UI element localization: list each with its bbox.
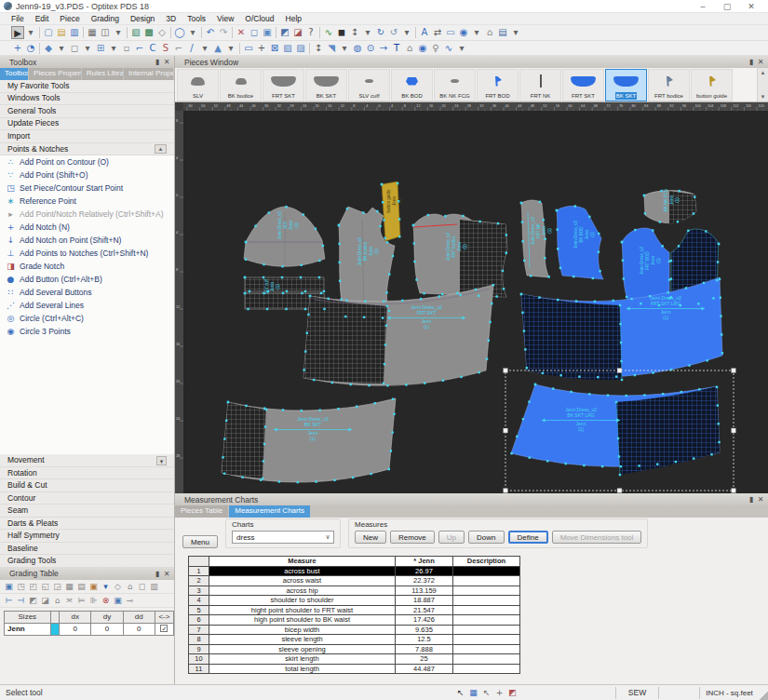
toolbar-icon[interactable] [413, 27, 418, 38]
toolbar-icon[interactable]: ∿ [322, 26, 335, 39]
measurement-row[interactable]: 6 high point shoulder to BK waist 17.426 [189, 615, 520, 626]
measure-value[interactable]: 22.372 [396, 576, 453, 586]
measure-value[interactable]: 7.888 [396, 644, 453, 654]
close-icon[interactable]: ✕ [162, 58, 171, 66]
scroll-down-icon[interactable]: ▼ [758, 92, 768, 101]
toolbar-icon[interactable]: ▾ [509, 26, 522, 39]
toolbox-tool-item[interactable]: ◎ Circle (Ctrl+Alt+C) [0, 312, 174, 325]
menu-item[interactable]: Help [280, 14, 307, 23]
toolbar-icon[interactable]: ▧ [281, 42, 294, 55]
toolbox-tab[interactable]: Internal Proper... [124, 68, 174, 80]
measurement-row[interactable]: 2 across waist 22.372 [189, 576, 520, 586]
piece-thumbnail[interactable]: BK bodice [220, 69, 262, 101]
toolbox-section[interactable]: Windows Tools [0, 93, 174, 106]
measure-description[interactable] [453, 644, 520, 654]
toolbar-icon[interactable] [168, 27, 173, 38]
measure-name[interactable]: hight point shoulder to FRT waist [209, 605, 396, 615]
grading-tool-icon[interactable]: ▾ [100, 580, 112, 593]
toolbox-section[interactable]: Movement ▾ [0, 454, 174, 467]
toolbar-icon[interactable]: ◇ [155, 26, 168, 39]
measure-name[interactable]: across bust [209, 566, 396, 576]
toolbar-icon[interactable]: ◔ [24, 42, 37, 55]
grading-tool-icon[interactable]: ⊪ [88, 594, 100, 607]
toolbar-icon[interactable]: ▾ [24, 26, 37, 39]
measure-description[interactable] [453, 664, 520, 674]
pin-icon[interactable]: ▮ [153, 570, 162, 578]
toolbar-icon[interactable]: ▣ [261, 26, 274, 39]
grading-tool-icon[interactable]: ◲ [51, 580, 63, 593]
toolbox-section[interactable]: Half Symmetry ▾ [0, 530, 174, 543]
piece-thumbnail[interactable]: BK SKT [605, 69, 647, 101]
pattern-piece-bk-skt[interactable] [222, 398, 396, 482]
panel-grip[interactable] [178, 495, 182, 504]
grading-tool-icon[interactable]: ⊢ [3, 594, 15, 607]
toolbar-icon[interactable]: → [377, 42, 390, 55]
toolbar-icon[interactable]: ▾ [338, 42, 351, 55]
measure-description[interactable] [453, 586, 520, 596]
toolbox-tool-item[interactable]: ∗ Reference Point [0, 195, 174, 208]
measurement-tab[interactable]: Pieces Table [175, 505, 229, 518]
grading-size-name[interactable]: Jenn [5, 623, 51, 635]
grading-tool-icon[interactable]: ◳ [15, 580, 27, 593]
menu-item[interactable]: View [211, 14, 239, 23]
toolbar-icon[interactable] [317, 27, 322, 38]
toolbar-icon[interactable]: ◉ [457, 26, 470, 39]
measurement-row[interactable]: 11 total length 44.487 [189, 664, 520, 674]
grading-tool-icon[interactable]: ⊗ [100, 594, 112, 607]
toolbar-icon[interactable]: ✕ [235, 26, 248, 39]
toolbar-icon[interactable]: ◻ [248, 26, 261, 39]
grading-tool-icon[interactable]: ≍ [63, 594, 75, 607]
pattern-piece-slv[interactable] [244, 207, 325, 266]
measures-button[interactable]: Down [468, 531, 504, 544]
close-icon[interactable]: ✕ [162, 570, 171, 578]
measure-value[interactable]: 44.487 [396, 664, 453, 674]
measure-description[interactable] [453, 596, 520, 606]
measure-name[interactable]: bicep width [209, 625, 396, 635]
measures-button[interactable]: Up [438, 531, 465, 544]
toolbar-icon[interactable]: ▫ [120, 42, 133, 55]
measurement-row[interactable]: 1 across bust 26.97 [189, 566, 520, 576]
toolbox-tool-item[interactable]: ⊥ Add Points to Notches (Ctrl+Shift+N) [0, 247, 174, 260]
status-tool-icon[interactable]: ◩ [506, 686, 519, 699]
toolbox-tool-item[interactable]: ↓ Add Notch on Point (Shift+N) [0, 234, 174, 247]
measure-name[interactable]: shoulder to shoulder [209, 596, 396, 606]
measure-description[interactable] [453, 566, 520, 576]
piece-thumbnail[interactable]: SLV [177, 69, 219, 101]
grading-tool-icon[interactable]: ▥ [148, 580, 160, 593]
toolbar-icon[interactable]: ◩ [278, 26, 291, 39]
measures-button[interactable]: New [355, 531, 386, 544]
grading-tool-icon[interactable]: ⌂ [124, 580, 136, 593]
toolbar-icon[interactable]: ▥ [68, 26, 81, 39]
toolbar-icon[interactable]: ↻ [374, 26, 387, 39]
toolbar-icon[interactable]: ⌐ [172, 42, 185, 55]
measure-value[interactable]: 17.426 [396, 615, 453, 626]
measurement-row[interactable]: 4 shoulder to shoulder 18.887 [189, 596, 520, 606]
pattern-canvas[interactable]: 6056524844403632282420161284048121620242… [175, 102, 768, 493]
grading-tool-icon[interactable]: ▣ [112, 594, 124, 607]
measure-value[interactable]: 9.635 [396, 625, 453, 635]
toolbar-icon[interactable]: ◻ [68, 42, 81, 55]
toolbar-icon[interactable] [230, 27, 235, 38]
toolbar-icon[interactable] [37, 43, 42, 54]
toolbar-icon[interactable]: / [185, 42, 198, 55]
toolbar-icon[interactable]: ▤ [55, 26, 68, 39]
measurement-row[interactable]: 8 sleeve length 12.5 [189, 635, 520, 645]
grading-dx-value[interactable]: 0 [60, 623, 91, 635]
measures-button[interactable]: Define [508, 531, 548, 544]
piece-thumbnail[interactable]: BK BOD [391, 69, 433, 101]
menu-item[interactable]: File [6, 14, 30, 23]
collapse-icon[interactable]: ▲ [155, 144, 167, 154]
toolbox-section[interactable]: Import [0, 130, 174, 143]
measures-button[interactable]: Remove [390, 531, 435, 544]
toolbar-icon[interactable]: ▾ [224, 42, 237, 55]
measurement-row[interactable]: 3 across hip 113.159 [189, 586, 520, 596]
measure-description[interactable] [453, 576, 520, 586]
toolbox-tool-item[interactable]: + Add Notch (N) [0, 221, 174, 234]
grading-tool-icon[interactable]: ▣ [88, 580, 100, 593]
toolbar-icon[interactable]: ? [304, 26, 317, 39]
toolbox-section[interactable]: Update Pieces [0, 118, 174, 131]
toolbar-icon[interactable]: ▤ [496, 26, 509, 39]
toolbox-tool-item[interactable]: ⋰ Add Several Lines [0, 299, 174, 312]
status-tool-icon[interactable]: ▦ [467, 686, 479, 699]
toolbar-icon[interactable] [237, 43, 242, 54]
